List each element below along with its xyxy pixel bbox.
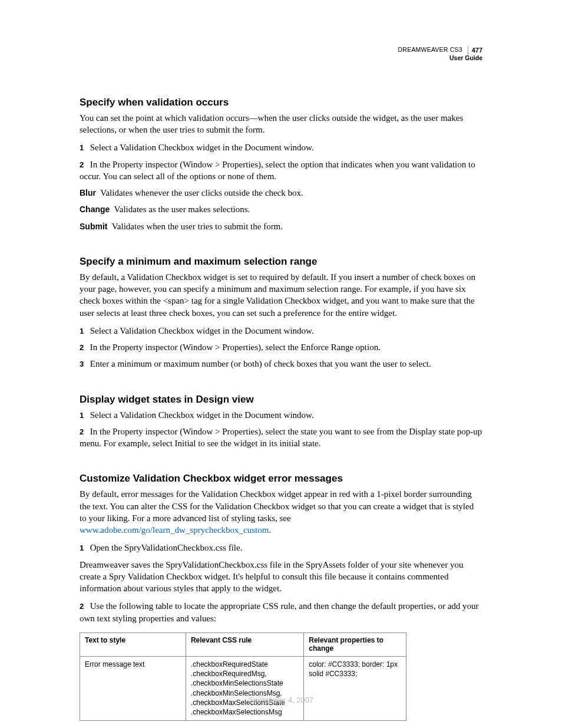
step-number: 1 <box>80 410 88 421</box>
section-heading: Specify a minimum and maximum selection … <box>80 256 482 268</box>
definition-line: Blur Validates whenever the user clicks … <box>80 187 482 199</box>
section-intro: By default, a Validation Checkbox widget… <box>80 271 482 319</box>
step-item: 1 Select a Validation Checkbox widget in… <box>80 141 482 153</box>
css-rules-table: Text to style Relevant CSS rule Relevant… <box>80 633 406 721</box>
step-item: 1 Select a Validation Checkbox widget in… <box>80 409 482 421</box>
section-intro: By default, error messages for the Valid… <box>80 488 482 536</box>
intro-text: By default, error messages for the Valid… <box>80 489 474 523</box>
running-header: DREAMWEAVER CS3 477 User Guide <box>80 46 482 62</box>
step-item: 2 Use the following table to locate the … <box>80 600 482 624</box>
step-number: 3 <box>80 359 88 370</box>
table-header: Text to style <box>80 633 186 656</box>
def-text: Validates when the user tries to submit … <box>112 222 283 231</box>
step-text: In the Property inspector (Window > Prop… <box>90 342 381 352</box>
step-text: In the Property inspector (Window > Prop… <box>80 160 475 181</box>
step-number: 2 <box>80 427 88 437</box>
footer-date: September 4, 2007 <box>0 696 562 704</box>
guide-name: User Guide <box>449 54 482 61</box>
def-text: Validates as the user makes selections. <box>114 205 250 214</box>
step-item: 3 Enter a minimum or maximum number (or … <box>80 358 482 370</box>
section-heading: Specify when validation occurs <box>80 97 482 108</box>
step-text: Select a Validation Checkbox widget in t… <box>90 326 314 335</box>
step-number: 2 <box>80 601 88 612</box>
body-paragraph: Dreamweaver saves the SpryValidationChec… <box>80 559 482 595</box>
page-number: 477 <box>468 46 482 54</box>
table-header-row: Text to style Relevant CSS rule Relevant… <box>80 633 406 656</box>
step-item: 2 In the Property inspector (Window > Pr… <box>80 426 482 450</box>
step-text: Select a Validation Checkbox widget in t… <box>90 410 314 420</box>
def-term: Submit <box>80 222 107 231</box>
external-link[interactable]: www.adobe.com/go/learn_dw_sprycheckbox_c… <box>80 525 269 535</box>
intro-text: . <box>269 525 271 535</box>
step-number: 1 <box>80 326 88 337</box>
step-text: Open the SpryValidationCheckbox.css file… <box>90 543 243 552</box>
step-number: 2 <box>80 342 88 353</box>
table-row: Error message text .checkboxRequiredStat… <box>80 656 406 720</box>
step-item: 2 In the Property inspector (Window > Pr… <box>80 159 482 183</box>
definition-line: Change Validates as the user makes selec… <box>80 203 482 215</box>
step-text: Enter a minimum or maximum number (or bo… <box>90 359 431 368</box>
step-text: Select a Validation Checkbox widget in t… <box>90 143 314 152</box>
def-text: Validates whenever the user clicks outsi… <box>100 188 303 197</box>
table-cell: Error message text <box>80 656 186 720</box>
table-cell: .checkboxRequiredState .checkboxRequired… <box>186 656 303 720</box>
step-number: 1 <box>80 143 88 153</box>
section-heading: Customize Validation Checkbox widget err… <box>80 473 482 485</box>
definition-line: Submit Validates when the user tries to … <box>80 220 482 232</box>
table-cell: color: #CC3333; border: 1px solid #CC333… <box>304 656 406 720</box>
step-number: 2 <box>80 160 88 170</box>
step-text: In the Property inspector (Window > Prop… <box>80 427 482 448</box>
step-item: 1 Select a Validation Checkbox widget in… <box>80 325 482 337</box>
step-number: 1 <box>80 543 88 554</box>
section-intro: You can set the point at which validatio… <box>80 112 482 136</box>
section-heading: Display widget states in Design view <box>80 394 482 406</box>
product-name: DREAMWEAVER CS3 <box>398 46 462 53</box>
def-term: Blur <box>80 188 96 197</box>
table-header: Relevant CSS rule <box>186 633 303 656</box>
step-item: 1 Open the SpryValidationCheckbox.css fi… <box>80 542 482 554</box>
def-term: Change <box>80 205 110 214</box>
table-header: Relevant properties to change <box>304 633 406 656</box>
page-content: DREAMWEAVER CS3 477 User Guide Specify w… <box>80 46 482 721</box>
step-item: 2 In the Property inspector (Window > Pr… <box>80 341 482 353</box>
step-text: Use the following table to locate the ap… <box>80 601 479 622</box>
